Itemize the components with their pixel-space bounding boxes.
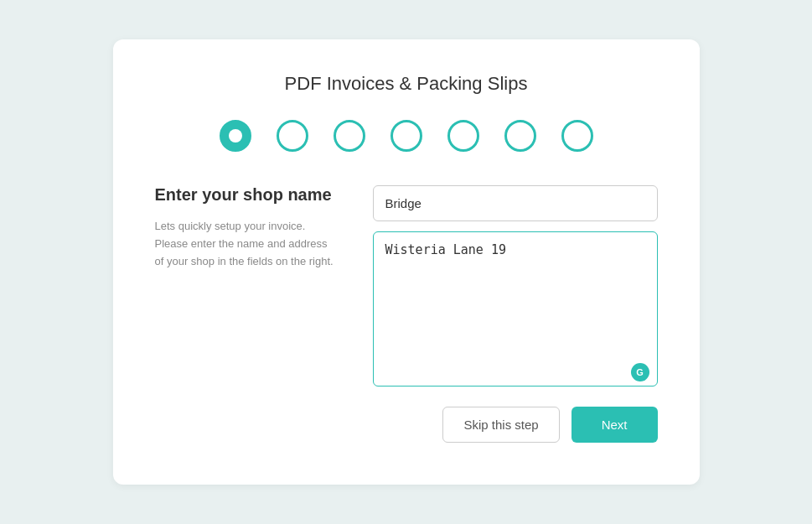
section-description: Lets quickly setup your invoice. Please …	[155, 218, 339, 270]
shop-name-input[interactable]	[373, 185, 658, 221]
step-5[interactable]	[447, 120, 479, 152]
content-area: Enter your shop name Lets quickly setup …	[155, 185, 658, 390]
page-title: PDF Invoices & Packing Slips	[155, 73, 658, 95]
address-textarea[interactable]: Wisteria Lane 19	[373, 231, 658, 387]
step-4[interactable]	[390, 120, 422, 152]
button-row: Skip this step Next	[155, 407, 658, 443]
left-panel: Enter your shop name Lets quickly setup …	[155, 185, 339, 270]
step-6[interactable]	[504, 120, 536, 152]
main-card: PDF Invoices & Packing Slips Enter your …	[113, 39, 700, 485]
next-button[interactable]: Next	[572, 407, 658, 443]
grammarly-icon: G	[631, 363, 649, 381]
section-heading: Enter your shop name	[155, 185, 339, 205]
step-3[interactable]	[334, 120, 365, 152]
right-panel: Wisteria Lane 19 G	[373, 185, 658, 390]
step-2[interactable]	[277, 120, 308, 152]
skip-button[interactable]: Skip this step	[442, 407, 559, 443]
stepper	[155, 120, 658, 152]
step-7[interactable]	[561, 120, 593, 152]
address-wrapper: Wisteria Lane 19 G	[373, 231, 658, 390]
step-1[interactable]	[220, 120, 251, 152]
